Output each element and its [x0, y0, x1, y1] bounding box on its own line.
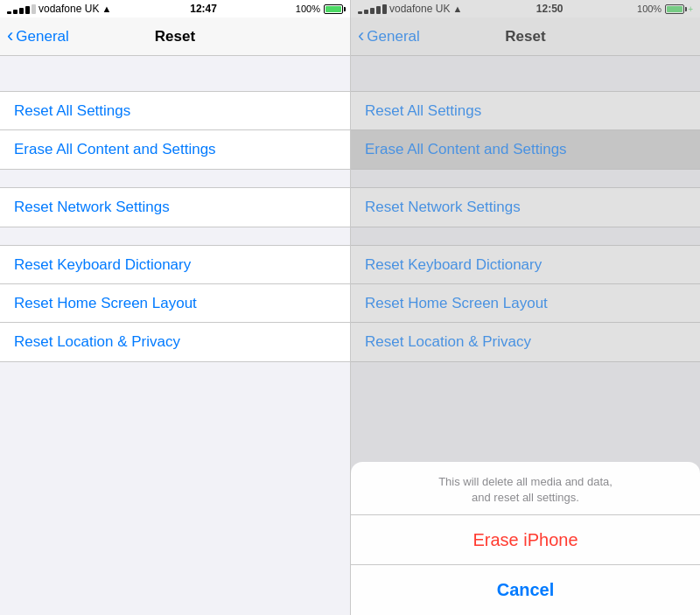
left-row-erase-all-label: Erase All Content and Settings	[14, 141, 216, 158]
left-spacer-1	[0, 73, 350, 91]
left-row-location-privacy[interactable]: Reset Location & Privacy	[0, 323, 350, 361]
left-section-2: Reset Network Settings	[0, 187, 350, 227]
left-battery	[324, 4, 343, 14]
left-battery-percent: 100%	[296, 3, 320, 14]
right-dialog-erase-label: Erase iPhone	[472, 530, 578, 550]
left-wifi-icon: ▲	[102, 3, 111, 14]
left-content: Reset All Settings Erase All Content and…	[0, 56, 350, 615]
left-row-reset-all-settings[interactable]: Reset All Settings	[0, 92, 350, 130]
left-row-erase-all[interactable]: Erase All Content and Settings	[0, 130, 350, 169]
left-group-2: Reset Network Settings	[0, 187, 350, 227]
left-battery-body	[324, 4, 343, 14]
left-back-label: General	[16, 28, 68, 45]
left-status-right: 100%	[296, 3, 343, 14]
left-nav-title: Reset	[155, 28, 195, 45]
left-battery-fill	[326, 6, 341, 12]
left-nav-bar: ‹ General Reset	[0, 17, 350, 56]
left-status-left: vodafone UK ▲	[7, 3, 111, 15]
left-row-location-privacy-label: Reset Location & Privacy	[14, 333, 180, 351]
left-row-home-screen[interactable]: Reset Home Screen Layout	[0, 284, 350, 323]
left-row-keyboard-dict[interactable]: Reset Keyboard Dictionary	[0, 246, 350, 284]
left-time: 12:47	[190, 3, 217, 15]
left-back-button[interactable]: ‹ General	[7, 28, 69, 45]
left-group-1: Reset All Settings Erase All Content and…	[0, 91, 350, 170]
left-row-reset-all-settings-label: Reset All Settings	[14, 102, 130, 120]
right-dialog-cancel-button[interactable]: Cancel	[351, 565, 700, 615]
left-row-keyboard-dict-label: Reset Keyboard Dictionary	[14, 256, 191, 274]
right-dialog-sheet: This will delete all media and data,and …	[351, 462, 700, 615]
left-signal	[7, 4, 36, 14]
left-back-chevron-icon: ‹	[7, 26, 13, 45]
right-dialog-cancel-label: Cancel	[497, 580, 555, 600]
right-dialog-overlay: This will delete all media and data,and …	[351, 0, 700, 615]
right-dialog-message: This will delete all media and data,and …	[351, 462, 700, 515]
left-row-reset-network-label: Reset Network Settings	[14, 199, 170, 216]
left-row-reset-network[interactable]: Reset Network Settings	[0, 188, 350, 227]
right-phone-panel: vodafone UK ▲ 12:50 100% + ‹ General Res…	[350, 0, 700, 615]
left-row-home-screen-label: Reset Home Screen Layout	[14, 295, 197, 312]
left-carrier: vodafone UK	[38, 3, 99, 15]
left-section-3: Reset Keyboard Dictionary Reset Home Scr…	[0, 245, 350, 362]
right-dialog-message-text: This will delete all media and data,and …	[438, 475, 612, 504]
left-status-bar: vodafone UK ▲ 12:47 100%	[0, 0, 350, 17]
right-dialog-erase-button[interactable]: Erase iPhone	[351, 515, 700, 565]
left-section-1: Reset All Settings Erase All Content and…	[0, 91, 350, 170]
left-group-3: Reset Keyboard Dictionary Reset Home Scr…	[0, 245, 350, 362]
left-phone-panel: vodafone UK ▲ 12:47 100% ‹ General Reset	[0, 0, 350, 615]
